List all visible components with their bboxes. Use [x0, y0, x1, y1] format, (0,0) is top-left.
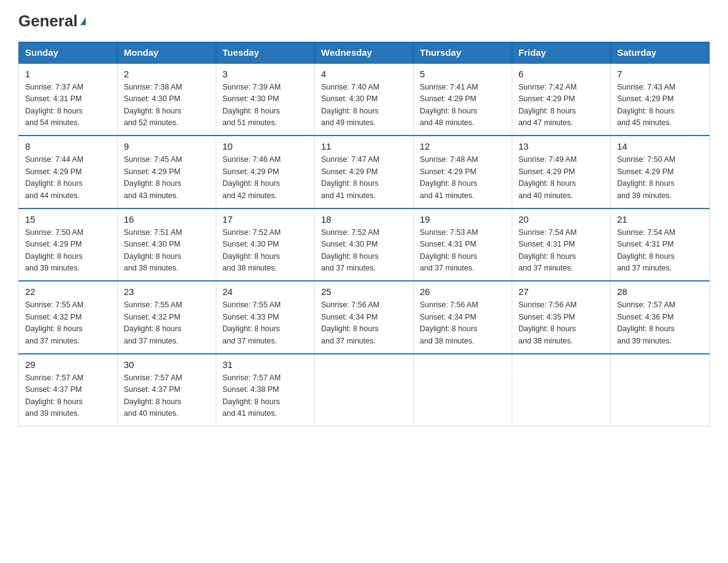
- table-row: 14Sunrise: 7:50 AMSunset: 4:29 PMDayligh…: [611, 136, 710, 209]
- day-number: 8: [25, 141, 111, 151]
- table-row: 6Sunrise: 7:42 AMSunset: 4:29 PMDaylight…: [512, 63, 611, 136]
- day-number: 10: [222, 141, 308, 151]
- table-row: 17Sunrise: 7:52 AMSunset: 4:30 PMDayligh…: [216, 209, 315, 282]
- page-header: General: [18, 12, 710, 31]
- table-row: 21Sunrise: 7:54 AMSunset: 4:31 PMDayligh…: [611, 209, 710, 282]
- day-info: Sunrise: 7:51 AMSunset: 4:30 PMDaylight:…: [124, 227, 210, 275]
- day-info: Sunrise: 7:56 AMSunset: 4:34 PMDaylight:…: [420, 299, 506, 347]
- calendar-week-row: 8Sunrise: 7:44 AMSunset: 4:29 PMDaylight…: [19, 136, 710, 209]
- day-number: 7: [617, 69, 703, 79]
- table-row: 15Sunrise: 7:50 AMSunset: 4:29 PMDayligh…: [19, 209, 118, 282]
- day-info: Sunrise: 7:49 AMSunset: 4:29 PMDaylight:…: [518, 154, 604, 202]
- day-info: Sunrise: 7:39 AMSunset: 4:30 PMDaylight:…: [222, 82, 308, 129]
- day-info: Sunrise: 7:45 AMSunset: 4:29 PMDaylight:…: [124, 154, 210, 202]
- header-saturday: Saturday: [611, 42, 710, 63]
- day-number: 22: [25, 286, 111, 297]
- day-number: 26: [420, 286, 506, 297]
- day-info: Sunrise: 7:52 AMSunset: 4:30 PMDaylight:…: [222, 227, 308, 275]
- table-row: 12Sunrise: 7:48 AMSunset: 4:29 PMDayligh…: [414, 136, 512, 209]
- table-row: 3Sunrise: 7:39 AMSunset: 4:30 PMDaylight…: [216, 63, 315, 136]
- day-info: Sunrise: 7:52 AMSunset: 4:30 PMDaylight:…: [321, 227, 407, 275]
- day-info: Sunrise: 7:56 AMSunset: 4:35 PMDaylight:…: [518, 299, 604, 347]
- day-info: Sunrise: 7:55 AMSunset: 4:33 PMDaylight:…: [222, 299, 308, 347]
- day-info: Sunrise: 7:48 AMSunset: 4:29 PMDaylight:…: [420, 154, 506, 202]
- table-row: 22Sunrise: 7:55 AMSunset: 4:32 PMDayligh…: [19, 281, 118, 354]
- day-info: Sunrise: 7:50 AMSunset: 4:29 PMDaylight:…: [25, 227, 111, 275]
- day-info: Sunrise: 7:54 AMSunset: 4:31 PMDaylight:…: [518, 227, 604, 275]
- day-info: Sunrise: 7:53 AMSunset: 4:31 PMDaylight:…: [420, 227, 506, 275]
- logo-triangle-icon: [80, 17, 86, 25]
- day-number: 24: [222, 286, 308, 297]
- table-row: 24Sunrise: 7:55 AMSunset: 4:33 PMDayligh…: [216, 281, 315, 354]
- table-row: 2Sunrise: 7:38 AMSunset: 4:30 PMDaylight…: [118, 63, 216, 136]
- day-number: 2: [124, 69, 210, 79]
- calendar-week-row: 1Sunrise: 7:37 AMSunset: 4:31 PMDaylight…: [19, 63, 710, 136]
- day-info: Sunrise: 7:54 AMSunset: 4:31 PMDaylight:…: [617, 227, 703, 275]
- day-number: 11: [321, 141, 407, 151]
- day-info: Sunrise: 7:57 AMSunset: 4:37 PMDaylight:…: [25, 372, 111, 420]
- day-info: Sunrise: 7:43 AMSunset: 4:29 PMDaylight:…: [617, 82, 703, 129]
- day-info: Sunrise: 7:42 AMSunset: 4:29 PMDaylight:…: [518, 82, 604, 129]
- header-wednesday: Wednesday: [315, 42, 414, 63]
- day-info: Sunrise: 7:56 AMSunset: 4:34 PMDaylight:…: [321, 299, 407, 347]
- day-number: 25: [321, 286, 407, 297]
- logo: General: [18, 12, 86, 31]
- table-row: 28Sunrise: 7:57 AMSunset: 4:36 PMDayligh…: [611, 281, 710, 354]
- day-number: 13: [518, 141, 604, 151]
- header-sunday: Sunday: [19, 42, 118, 63]
- day-number: 28: [617, 286, 703, 297]
- day-info: Sunrise: 7:50 AMSunset: 4:29 PMDaylight:…: [617, 154, 703, 202]
- day-number: 27: [518, 286, 604, 297]
- day-number: 9: [124, 141, 210, 151]
- header-tuesday: Tuesday: [216, 42, 315, 63]
- day-info: Sunrise: 7:57 AMSunset: 4:37 PMDaylight:…: [124, 372, 210, 420]
- day-number: 21: [617, 214, 703, 224]
- header-monday: Monday: [118, 42, 216, 63]
- day-number: 19: [420, 214, 506, 224]
- day-number: 12: [420, 141, 506, 151]
- day-number: 16: [124, 214, 210, 224]
- table-row: 19Sunrise: 7:53 AMSunset: 4:31 PMDayligh…: [414, 209, 512, 282]
- table-row: 9Sunrise: 7:45 AMSunset: 4:29 PMDaylight…: [118, 136, 216, 209]
- day-info: Sunrise: 7:57 AMSunset: 4:36 PMDaylight:…: [617, 299, 703, 347]
- table-row: 31Sunrise: 7:57 AMSunset: 4:38 PMDayligh…: [216, 354, 315, 426]
- table-row: [414, 354, 512, 426]
- logo-line1: General: [18, 12, 86, 31]
- table-row: 13Sunrise: 7:49 AMSunset: 4:29 PMDayligh…: [512, 136, 611, 209]
- day-number: 20: [518, 214, 604, 224]
- header-friday: Friday: [512, 42, 611, 63]
- calendar-week-row: 15Sunrise: 7:50 AMSunset: 4:29 PMDayligh…: [19, 209, 710, 282]
- day-info: Sunrise: 7:38 AMSunset: 4:30 PMDaylight:…: [124, 82, 210, 129]
- table-row: 7Sunrise: 7:43 AMSunset: 4:29 PMDaylight…: [611, 63, 710, 136]
- day-info: Sunrise: 7:37 AMSunset: 4:31 PMDaylight:…: [25, 82, 111, 129]
- day-number: 5: [420, 69, 506, 79]
- day-number: 23: [124, 286, 210, 297]
- table-row: 20Sunrise: 7:54 AMSunset: 4:31 PMDayligh…: [512, 209, 611, 282]
- day-info: Sunrise: 7:55 AMSunset: 4:32 PMDaylight:…: [25, 299, 111, 347]
- day-info: Sunrise: 7:41 AMSunset: 4:29 PMDaylight:…: [420, 82, 506, 129]
- table-row: [315, 354, 414, 426]
- day-number: 14: [617, 141, 703, 151]
- day-number: 18: [321, 214, 407, 224]
- day-number: 30: [124, 359, 210, 370]
- day-number: 6: [518, 69, 604, 79]
- table-row: 10Sunrise: 7:46 AMSunset: 4:29 PMDayligh…: [216, 136, 315, 209]
- weekday-header-row: Sunday Monday Tuesday Wednesday Thursday…: [19, 42, 710, 63]
- day-number: 31: [222, 359, 308, 370]
- day-info: Sunrise: 7:40 AMSunset: 4:30 PMDaylight:…: [321, 82, 407, 129]
- day-number: 1: [25, 69, 111, 79]
- table-row: 8Sunrise: 7:44 AMSunset: 4:29 PMDaylight…: [19, 136, 118, 209]
- day-number: 15: [25, 214, 111, 224]
- day-info: Sunrise: 7:57 AMSunset: 4:38 PMDaylight:…: [222, 372, 308, 420]
- calendar-table: Sunday Monday Tuesday Wednesday Thursday…: [18, 42, 710, 427]
- header-thursday: Thursday: [414, 42, 512, 63]
- table-row: 5Sunrise: 7:41 AMSunset: 4:29 PMDaylight…: [414, 63, 512, 136]
- table-row: 1Sunrise: 7:37 AMSunset: 4:31 PMDaylight…: [19, 63, 118, 136]
- table-row: 26Sunrise: 7:56 AMSunset: 4:34 PMDayligh…: [414, 281, 512, 354]
- day-number: 4: [321, 69, 407, 79]
- table-row: 18Sunrise: 7:52 AMSunset: 4:30 PMDayligh…: [315, 209, 414, 282]
- day-number: 17: [222, 214, 308, 224]
- day-info: Sunrise: 7:47 AMSunset: 4:29 PMDaylight:…: [321, 154, 407, 202]
- table-row: [512, 354, 611, 426]
- table-row: 16Sunrise: 7:51 AMSunset: 4:30 PMDayligh…: [118, 209, 216, 282]
